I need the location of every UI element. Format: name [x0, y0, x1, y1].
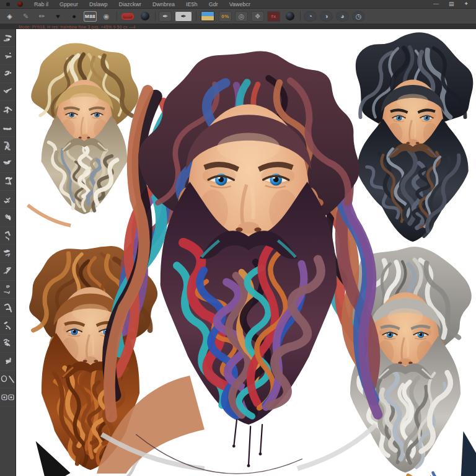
portrait-center-rainbow-beard-man: [97, 51, 377, 474]
menu-item-7[interactable]: Gdr: [209, 1, 218, 7]
active-brush-button[interactable]: ✒: [175, 11, 192, 22]
system-dot-icon: [6, 2, 10, 6]
angle-icon-1[interactable]: ◔: [304, 11, 317, 22]
menu-item-5[interactable]: Dwnbrea: [152, 1, 175, 7]
mixer-brush-tool[interactable]: [0, 335, 15, 353]
tool-preset-button[interactable]: ◈: [3, 11, 16, 22]
artwork-bearded-portraits: [16, 29, 476, 476]
stamp-icon[interactable]: ◉: [100, 11, 113, 22]
menu-item-1[interactable]: Rab il: [34, 1, 48, 7]
selection-pair-row[interactable]: [0, 371, 15, 389]
menu-item-4[interactable]: Diazckwr: [119, 1, 142, 7]
tool-palette: [0, 29, 16, 476]
brush-tool[interactable]: [0, 155, 15, 173]
dark-sphere-icon[interactable]: [138, 11, 151, 22]
record-button[interactable]: [120, 11, 135, 22]
options-separator: [155, 11, 156, 21]
tool-options-bar: ◈✎✏♥●M88◉✒✒0%◎❖fx◔◑◕◷: [0, 9, 476, 24]
options-separator: [117, 11, 117, 21]
marquee-tool[interactable]: [0, 47, 15, 65]
menu-item-8[interactable]: Vawebcr: [229, 1, 250, 7]
healing-tool[interactable]: [0, 137, 15, 155]
mask-toggle-row[interactable]: [0, 389, 15, 407]
profile-icon[interactable]: ✦: [464, 1, 469, 7]
dark-dot-icon[interactable]: ●: [68, 11, 81, 22]
quick-select-tool[interactable]: [0, 83, 15, 101]
fx-button[interactable]: fx: [267, 11, 280, 22]
gradient-tool[interactable]: [0, 227, 15, 245]
menu-item-6[interactable]: IE5h: [186, 1, 198, 7]
angle-icon-2[interactable]: ◑: [320, 11, 333, 22]
move-tool[interactable]: [0, 29, 15, 47]
brush-icon-a[interactable]: ✎: [19, 11, 32, 22]
history-brush-tool[interactable]: [0, 191, 15, 209]
minimize-icon[interactable]: —: [433, 1, 439, 7]
clip-tool[interactable]: [0, 281, 15, 299]
portrait-top-left-blond-man: [28, 43, 139, 226]
eraser-tool[interactable]: [0, 209, 15, 227]
document-canvas[interactable]: [16, 29, 476, 476]
menu-bar: Rab ilGppeurDslawpDiazckwrDwnbreaIE5hGdr…: [0, 0, 476, 9]
sphere-icon-2[interactable]: [283, 11, 296, 22]
menu-items: Rab ilGppeurDslawpDiazckwrDwnbreaIE5hGdr…: [23, 1, 250, 7]
line-tool[interactable]: [0, 263, 15, 281]
clone-stamp-tool[interactable]: [0, 173, 15, 191]
mode-button[interactable]: ◎: [235, 11, 248, 22]
pen-tool[interactable]: [0, 245, 15, 263]
angle-icon-3[interactable]: ◕: [336, 11, 349, 22]
swirl-tool[interactable]: [0, 353, 15, 371]
options-separator: [196, 11, 196, 21]
flow-button[interactable]: ❖: [251, 11, 264, 22]
window-controls: —▤✦: [433, 1, 469, 7]
workspace-icon[interactable]: ▤: [449, 1, 454, 7]
opacity-label[interactable]: 0%: [219, 11, 232, 22]
dark-blob-icon[interactable]: ♥: [51, 11, 64, 22]
brush-tip-icon[interactable]: ✒: [159, 11, 172, 22]
angle-icon-4[interactable]: ◷: [352, 11, 365, 22]
size-field[interactable]: M88: [84, 11, 97, 22]
brush-icon-b[interactable]: ✏: [35, 11, 48, 22]
menu-item-2[interactable]: Gppeur: [60, 1, 78, 7]
status-text: Mode: Pr'h18, H res: trainbow flow 3 pxs…: [19, 25, 136, 29]
options-separator: [300, 11, 301, 21]
lasso-tool[interactable]: [0, 65, 15, 83]
app-icon: [17, 1, 23, 7]
gradient-swatch[interactable]: [200, 11, 216, 22]
menu-item-3[interactable]: Dslawp: [89, 1, 108, 7]
portrait-top-right-dark-man: [356, 32, 473, 242]
smudge-tool[interactable]: [0, 317, 15, 335]
status-bar: Mode: Pr'h18, H res: trainbow flow 3 pxs…: [0, 24, 476, 29]
hand-tool[interactable]: [0, 299, 15, 317]
eyedropper-tool[interactable]: [0, 119, 15, 137]
crop-tool[interactable]: [0, 101, 15, 119]
